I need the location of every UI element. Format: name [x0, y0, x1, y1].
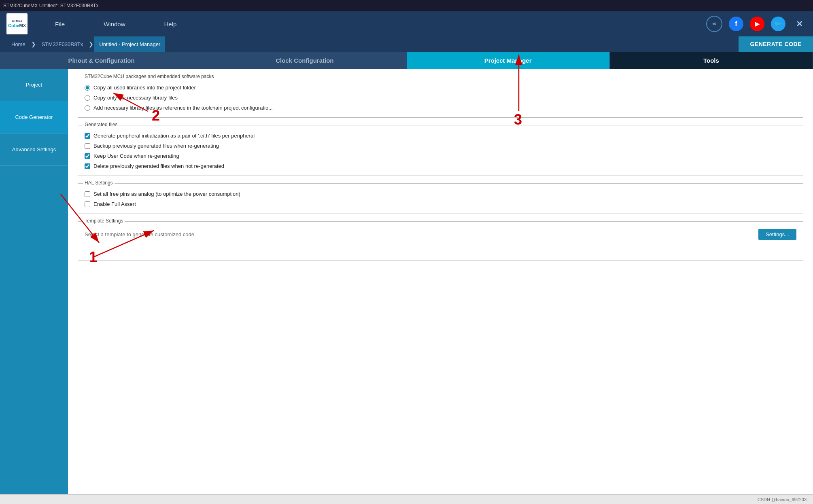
template-settings-button[interactable]: Settings... — [758, 229, 796, 240]
gen-option-4-label: Delete previously generated files when n… — [93, 163, 224, 169]
mcu-radio-1[interactable] — [85, 85, 90, 91]
generated-files-section: Generated files Generate peripheral init… — [78, 125, 803, 176]
mcu-option-3[interactable]: Add necessary library files as reference… — [85, 105, 796, 111]
template-settings-title: Template Settings — [83, 218, 125, 224]
logo-stm: STM32 — [8, 19, 26, 23]
twitter-icon[interactable]: 🐦 — [771, 17, 785, 31]
hal-option-2-label: Enable Full Assert — [93, 201, 136, 207]
hal-checkbox-2[interactable] — [85, 201, 90, 207]
social-icons: 10 f ▶ 🐦 ✕ — [706, 16, 807, 32]
menu-bar: STM32 CubeMX File Window Help 10 f ▶ 🐦 ✕ — [0, 11, 813, 36]
badge-icon: 10 — [706, 16, 722, 32]
hal-option-1[interactable]: Set all free pins as analog (to optimize… — [85, 191, 796, 197]
gen-checkbox-1[interactable] — [85, 133, 90, 139]
hal-option-1-label: Set all free pins as analog (to optimize… — [93, 191, 240, 197]
gen-option-2-label: Backup previously generated files when r… — [93, 143, 219, 149]
gen-option-1-label: Generate peripheral initialization as a … — [93, 133, 255, 139]
template-label: Select a template to generate customized… — [85, 231, 194, 237]
tab-clock[interactable]: Clock Configuration — [203, 52, 406, 69]
generated-files-title: Generated files — [83, 122, 119, 127]
tab-pinout[interactable]: Pinout & Configuration — [0, 52, 203, 69]
mcu-option-1[interactable]: Copy all used libraries into the project… — [85, 85, 796, 91]
generate-code-button[interactable]: GENERATE CODE — [739, 36, 813, 52]
sidebar-item-code-generator[interactable]: Code Generator — [0, 101, 68, 133]
title-bar: STM32CubeMX Untitled*: STM32F030R8Tx — [0, 0, 813, 11]
gen-option-1[interactable]: Generate peripheral initialization as a … — [85, 133, 796, 139]
status-bar: CSDN @hainan_697203 — [0, 494, 813, 504]
logo-cube: CubeMX — [8, 23, 26, 28]
breadcrumb-arrow-2: ❯ — [89, 41, 93, 47]
status-text: CSDN @hainan_697203 — [758, 497, 807, 502]
gen-checkbox-2[interactable] — [85, 143, 90, 149]
menu-window[interactable]: Window — [100, 19, 128, 29]
template-settings-section: Template Settings Select a template to g… — [78, 221, 803, 260]
mcu-packages-section: STM32Cube MCU packages and embedded soft… — [78, 77, 803, 118]
hal-settings-options: Set all free pins as analog (to optimize… — [85, 191, 796, 207]
menu-items: File Window Help — [52, 19, 706, 29]
gen-option-3-label: Keep User Code when re-generating — [93, 153, 179, 159]
breadcrumb-bar: Home ❯ STM32F030R8Tx ❯ Untitled - Projec… — [0, 36, 813, 52]
tab-bar: Pinout & Configuration Clock Configurati… — [0, 52, 813, 69]
menu-help[interactable]: Help — [161, 19, 180, 29]
logo-box: STM32 CubeMX — [6, 13, 28, 34]
mcu-packages-options: Copy all used libraries into the project… — [85, 85, 796, 111]
hal-checkbox-1[interactable] — [85, 191, 90, 197]
youtube-icon[interactable]: ▶ — [750, 17, 764, 31]
sidebar-item-advanced-settings[interactable]: Advanced Settings — [0, 133, 68, 166]
breadcrumb-chip[interactable]: STM32F030R8Tx — [37, 36, 88, 52]
mcu-packages-title: STM32Cube MCU packages and embedded soft… — [83, 74, 216, 79]
mcu-radio-2[interactable] — [85, 95, 90, 101]
gen-checkbox-4[interactable] — [85, 163, 90, 169]
sidebar: Project Code Generator Advanced Settings — [0, 69, 68, 494]
more-icon[interactable]: ✕ — [792, 17, 807, 31]
title-text: STM32CubeMX Untitled*: STM32F030R8Tx — [3, 3, 98, 8]
mcu-option-3-label: Add necessary library files as reference… — [93, 105, 273, 111]
content-area: STM32Cube MCU packages and embedded soft… — [68, 69, 813, 494]
mcu-option-2-label: Copy only the necessary library files — [93, 95, 178, 101]
gen-checkbox-3[interactable] — [85, 153, 90, 159]
gen-option-3[interactable]: Keep User Code when re-generating — [85, 153, 796, 159]
tab-project-manager[interactable]: Project Manager — [407, 52, 610, 69]
gen-option-2[interactable]: Backup previously generated files when r… — [85, 143, 796, 149]
breadcrumb-home[interactable]: Home — [6, 36, 30, 52]
sidebar-item-project[interactable]: Project — [0, 69, 68, 101]
hal-option-2[interactable]: Enable Full Assert — [85, 201, 796, 207]
hal-settings-title: HAL Settings — [83, 180, 115, 186]
breadcrumb-arrow-1: ❯ — [31, 41, 36, 47]
facebook-icon[interactable]: f — [729, 17, 743, 31]
gen-option-4[interactable]: Delete previously generated files when n… — [85, 163, 796, 169]
menu-file[interactable]: File — [52, 19, 68, 29]
mcu-option-2[interactable]: Copy only the necessary library files — [85, 95, 796, 101]
generated-files-options: Generate peripheral initialization as a … — [85, 133, 796, 169]
logo: STM32 CubeMX — [6, 13, 28, 34]
mcu-radio-3[interactable] — [85, 105, 90, 111]
template-row: Select a template to generate customized… — [85, 227, 796, 241]
breadcrumb-project[interactable]: Untitled - Project Manager — [94, 36, 165, 52]
main-layout: Project Code Generator Advanced Settings… — [0, 69, 813, 494]
mcu-option-1-label: Copy all used libraries into the project… — [93, 85, 196, 91]
hal-settings-section: HAL Settings Set all free pins as analog… — [78, 183, 803, 214]
tab-tools[interactable]: Tools — [610, 52, 813, 69]
